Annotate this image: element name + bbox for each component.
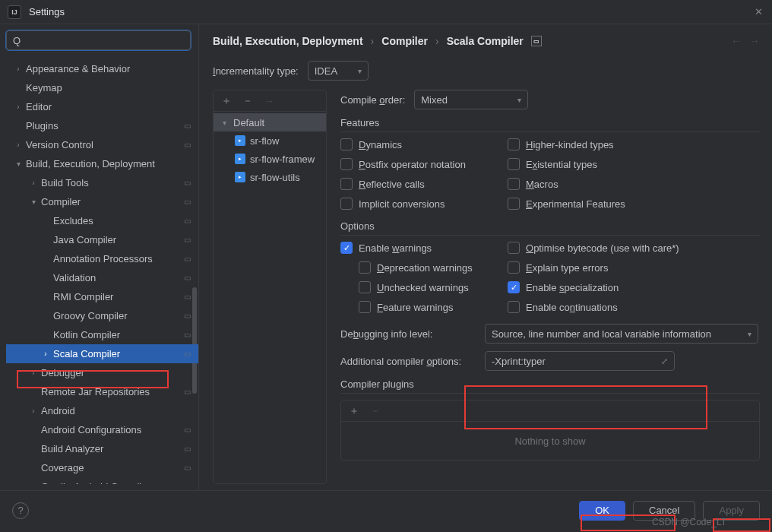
existential-checkbox[interactable]: Existential types <box>508 158 760 170</box>
add-icon[interactable]: ＋ <box>221 94 232 108</box>
sidebar-item-label: Keymap <box>26 82 62 93</box>
sidebar-item-build-tools[interactable]: ›Build Tools▭ <box>6 173 198 192</box>
sidebar-item-remote-jar-repositories[interactable]: Remote Jar Repositories▭ <box>6 382 198 401</box>
expand-icon[interactable]: ⤢ <box>661 356 668 366</box>
enable-warnings-checkbox[interactable]: ✓Enable warnings <box>340 242 485 254</box>
sidebar-item-label: Android <box>41 405 75 416</box>
module-icon: ▸ <box>235 172 245 182</box>
compile-order-label: Compile order: <box>340 94 405 106</box>
sidebar-item-android[interactable]: ›Android <box>6 401 198 420</box>
features-heading: Features <box>340 117 760 132</box>
chevron-down-icon: ▾ <box>358 67 362 75</box>
project-scope-icon: ▭ <box>182 482 192 485</box>
remove-plugin-icon[interactable]: － <box>370 404 381 418</box>
sidebar-item-debugger[interactable]: ›Debugger <box>6 363 198 382</box>
explain-checkbox[interactable]: Explain type errors <box>508 261 760 274</box>
sidebar-item-label: Build Tools <box>41 177 89 188</box>
sidebar-item-label: Debugger <box>41 367 84 378</box>
profile-item[interactable]: ▸sr-flow <box>214 131 326 150</box>
incrementality-select[interactable]: IDEA ▾ <box>308 61 369 81</box>
sidebar-item-compiler[interactable]: ▾Compiler▭ <box>6 192 198 211</box>
sidebar-item-annotation-processors[interactable]: Annotation Processors▭ <box>6 249 198 268</box>
nav-back-icon[interactable]: ← <box>731 35 742 47</box>
sidebar-item-validation[interactable]: Validation▭ <box>6 268 198 287</box>
sidebar-item-label: Coverage <box>41 462 84 473</box>
sidebar-item-label: Compiler <box>41 196 81 207</box>
incrementality-value: IDEA <box>315 65 337 77</box>
postfix-checkbox[interactable]: Postfix operator notation <box>340 158 485 170</box>
profile-item[interactable]: ▸sr-flow-utils <box>214 168 326 186</box>
profiles-list: ▾ Default ▸sr-flow▸sr-flow-framew▸sr-flo… <box>214 112 326 483</box>
add-plugin-icon[interactable]: ＋ <box>349 404 359 418</box>
profiles-toolbar: ＋ － → <box>214 90 326 112</box>
additional-label: Additional compiler options: <box>340 356 471 367</box>
sidebar-item-label: Groovy Compiler <box>53 310 128 321</box>
profile-default[interactable]: ▾ Default <box>214 113 326 131</box>
settings-panel: Compile order: Mixed ▾ Features Dynamics… <box>336 90 760 484</box>
sidebar-item-plugins[interactable]: Plugins▭ <box>6 116 198 135</box>
sidebar-item-appearance-behavior[interactable]: ›Appearance & Behavior <box>6 59 198 78</box>
higher-kinded-checkbox[interactable]: Higher-kinded types <box>508 138 760 150</box>
sidebar-item-kotlin-compiler[interactable]: Kotlin Compiler▭ <box>6 325 198 344</box>
sidebar-item-gradle-android-compiler[interactable]: Gradle-Android Compiler▭ <box>6 477 198 484</box>
profile-label: Default <box>233 117 264 128</box>
search-input[interactable] <box>25 35 184 46</box>
options-heading: Options <box>340 220 760 236</box>
sidebar-item-coverage[interactable]: Coverage▭ <box>6 458 198 477</box>
sidebar-item-build-analyzer[interactable]: Build Analyzer▭ <box>6 439 198 458</box>
additional-options-input[interactable]: -Xprint:typer ⤢ <box>485 351 675 371</box>
experimental-checkbox[interactable]: Experimental Features <box>508 198 760 210</box>
sidebar-item-label: Editor <box>26 101 52 112</box>
project-scope-icon: ▭ <box>182 254 192 264</box>
ok-button[interactable]: OK <box>579 501 625 521</box>
profiles-panel: ＋ － → ▾ Default ▸sr-flow▸sr-flow-framew▸… <box>213 90 327 484</box>
chevron-down-icon: ▾ <box>517 96 521 104</box>
move-icon[interactable]: → <box>264 95 274 107</box>
feature-warnings-checkbox[interactable]: Feature warnings <box>340 301 485 313</box>
debugging-select[interactable]: Source, line number and local variable i… <box>485 324 758 344</box>
project-scope-icon: ▭ <box>182 349 192 359</box>
remove-icon[interactable]: － <box>242 94 253 108</box>
sidebar-item-excludes[interactable]: Excludes▭ <box>6 211 198 230</box>
sidebar-item-editor[interactable]: ›Editor <box>6 97 198 116</box>
chevron-right-icon: › <box>41 350 50 358</box>
reflective-checkbox[interactable]: Reflective calls <box>340 178 485 190</box>
sidebar-item-keymap[interactable]: Keymap <box>6 78 198 97</box>
sidebar-item-label: Annotation Processors <box>53 253 153 264</box>
sidebar-item-java-compiler[interactable]: Java Compiler▭ <box>6 230 198 249</box>
sidebar-item-label: Android Configurations <box>41 424 141 435</box>
chevron-right-icon: › <box>14 141 23 149</box>
additional-value: -Xprint:typer <box>492 356 546 367</box>
unchecked-checkbox[interactable]: Unchecked warnings <box>340 281 485 293</box>
content: Q ›Appearance & BehaviorKeymap›EditorPlu… <box>0 24 772 490</box>
continuations-checkbox[interactable]: Enable continuations <box>508 301 760 313</box>
project-scope-icon: ▭ <box>182 178 192 188</box>
specialization-checkbox[interactable]: ✓Enable specialization <box>508 281 760 293</box>
dynamics-checkbox[interactable]: Dynamics <box>340 138 485 150</box>
sidebar-item-build-execution-deployment[interactable]: ▾Build, Execution, Deployment <box>6 154 198 173</box>
plugins-empty: Nothing to show <box>341 422 759 460</box>
project-scope-icon: ▭ <box>182 463 192 473</box>
sidebar-item-label: Remote Jar Repositories <box>41 386 150 397</box>
help-icon[interactable]: ? <box>12 502 29 519</box>
bc-seg-1: Build, Execution, Deployment <box>213 35 363 47</box>
nav-forward-icon[interactable]: → <box>749 35 760 47</box>
sidebar-item-scala-compiler[interactable]: ›Scala Compiler▭ <box>6 344 198 363</box>
macros-checkbox[interactable]: Macros <box>508 178 760 190</box>
titlebar: IJ Settings ✕ <box>0 0 772 24</box>
sidebar-item-rmi-compiler[interactable]: RMI Compiler▭ <box>6 287 198 306</box>
sidebar-item-groovy-compiler[interactable]: Groovy Compiler▭ <box>6 306 198 325</box>
project-scope-icon: ▭ <box>531 36 542 46</box>
optimise-checkbox[interactable]: Optimise bytecode (use with care*) <box>508 242 760 254</box>
sidebar: Q ›Appearance & BehaviorKeymap›EditorPlu… <box>0 24 199 490</box>
project-scope-icon: ▭ <box>182 292 192 302</box>
search-input-wrap[interactable]: Q <box>6 30 191 50</box>
sidebar-item-android-configurations[interactable]: Android Configurations▭ <box>6 420 198 439</box>
sidebar-item-version-control[interactable]: ›Version Control▭ <box>6 135 198 154</box>
implicit-checkbox[interactable]: Implicit conversions <box>340 198 485 210</box>
close-icon[interactable]: ✕ <box>752 6 764 18</box>
chevron-right-icon: › <box>14 103 23 111</box>
deprecation-checkbox[interactable]: Deprecation warnings <box>340 261 485 274</box>
profile-item[interactable]: ▸sr-flow-framew <box>214 150 326 168</box>
compile-order-select[interactable]: Mixed ▾ <box>414 90 528 109</box>
